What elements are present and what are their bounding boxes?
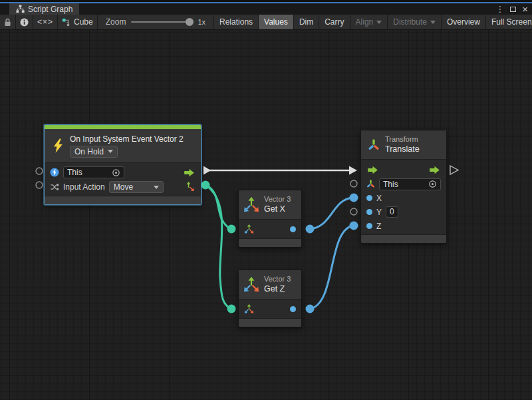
flow-output-arrow-icon[interactable] <box>183 168 196 177</box>
vector3-icon <box>243 197 259 213</box>
get-z-output-port[interactable] <box>290 306 296 312</box>
get-x-output-port[interactable] <box>290 226 296 232</box>
toolbar-button-carry[interactable]: Carry <box>319 15 350 29</box>
wire-event-to-get-x[interactable] <box>205 185 231 229</box>
zoom-value: 1x <box>198 18 205 26</box>
toolbar-button-align[interactable]: Align <box>350 15 388 29</box>
get-x-output-wire-port[interactable] <box>306 225 315 234</box>
translate-z-row: Z <box>361 219 446 233</box>
translate-footer <box>361 234 446 243</box>
vector2-output-icon[interactable] <box>185 182 196 192</box>
chevron-down-icon <box>430 21 436 24</box>
get-z-output-wire-port[interactable] <box>306 305 315 313</box>
transform-mini-icon <box>366 180 375 188</box>
input-action-label: Input Action <box>63 182 105 192</box>
vector3-input-icon[interactable] <box>244 224 254 234</box>
node-transform-translate[interactable]: Transform Translate <box>360 130 447 244</box>
toolbar-button-distribute[interactable]: Distribute <box>388 15 442 29</box>
translate-category: Transform <box>385 135 420 144</box>
translate-y-port[interactable] <box>350 208 357 215</box>
dim-label: Dim <box>299 17 313 27</box>
get-z-header[interactable]: Vector 3 Get Z <box>239 270 301 300</box>
overview-label: Overview <box>447 17 480 27</box>
y-port-label: Y <box>376 208 382 217</box>
y-value-field[interactable]: 0 <box>386 206 398 218</box>
get-z-input-port[interactable] <box>227 305 236 313</box>
toolbar-button-overview[interactable]: Overview <box>442 15 486 29</box>
window-maximize-icon[interactable] <box>510 5 516 13</box>
wire-get-x-to-x[interactable] <box>310 198 353 229</box>
vector3-input-icon[interactable] <box>244 304 254 314</box>
translate-y-row: Y 0 <box>361 205 446 219</box>
input-action-value: Move <box>114 182 133 192</box>
script-graph-window: Script Graph ⋮ × <box>0 0 532 400</box>
info-button[interactable] <box>16 15 33 29</box>
z-port-label: Z <box>376 222 381 231</box>
translate-flow-row <box>361 163 446 177</box>
window-close-icon[interactable]: × <box>522 4 528 14</box>
graph-breadcrumb[interactable]: Cube <box>58 15 98 29</box>
relations-label: Relations <box>219 17 253 27</box>
tab-title: Script Graph <box>28 5 72 14</box>
event-node-header[interactable]: On Input System Event Vector 2 On Hold <box>45 129 201 162</box>
graph-asset-icon <box>62 18 70 27</box>
node-on-input-system-event[interactable]: On Input System Event Vector 2 On Hold <box>44 124 201 205</box>
get-x-header[interactable]: Vector 3 Get X <box>239 190 301 220</box>
node-vector3-get-x[interactable]: Vector 3 Get X <box>238 190 302 248</box>
event-vector2-output-port[interactable] <box>201 181 210 190</box>
zoom-label: Zoom <box>106 17 126 27</box>
code-preview-button[interactable]: <×> <box>33 15 58 29</box>
flow-wire-start-arrow <box>203 166 211 175</box>
graph-name: Cube <box>74 17 93 27</box>
target-icon[interactable] <box>428 180 437 188</box>
translate-x-wire-port[interactable] <box>350 194 358 202</box>
carry-label: Carry <box>325 17 344 27</box>
distribute-label: Distribute <box>393 17 427 27</box>
toolbar-button-values[interactable]: Values <box>259 15 294 29</box>
flow-output-arrow-icon[interactable] <box>428 166 441 174</box>
input-action-dropdown[interactable]: Move <box>109 181 164 193</box>
y-input-port[interactable] <box>366 209 372 215</box>
translate-this-field[interactable]: This <box>379 178 441 190</box>
get-x-footer <box>239 238 301 247</box>
target-icon[interactable] <box>112 168 120 177</box>
x-port-label: X <box>376 194 382 203</box>
event-this-field[interactable]: This <box>63 166 124 178</box>
flow-input-arrow-icon[interactable] <box>366 166 379 174</box>
chevron-down-icon <box>154 186 159 189</box>
zoom-slider-handle[interactable] <box>186 18 194 26</box>
toolbar-button-fullscreen[interactable]: Full Screen <box>486 15 532 29</box>
script-graph-icon <box>16 5 25 13</box>
get-z-category: Vector 3 <box>264 275 291 284</box>
translate-this-port[interactable] <box>350 180 357 187</box>
tab-bar: Script Graph ⋮ × <box>0 3 532 15</box>
event-this-port[interactable] <box>36 168 43 174</box>
event-action-port[interactable] <box>36 182 43 188</box>
node-vector3-get-z[interactable]: Vector 3 Get Z <box>238 270 302 327</box>
zoom-slider[interactable] <box>131 21 192 23</box>
x-input-port[interactable] <box>366 195 372 201</box>
code-toggle-label: <×> <box>37 17 53 27</box>
get-x-category: Vector 3 <box>264 195 291 204</box>
zoom-control: Zoom 1x <box>98 15 214 29</box>
translate-this-row: This <box>361 177 446 191</box>
lock-icon <box>4 18 11 27</box>
lock-button[interactable] <box>0 15 16 29</box>
graph-toolbar: <×> Cube Zoom 1x Relations Values <box>0 15 532 30</box>
z-input-port[interactable] <box>366 223 372 229</box>
translate-z-wire-port[interactable] <box>350 222 358 230</box>
window-menu-icon[interactable]: ⋮ <box>495 5 504 13</box>
wire-get-z-to-z[interactable] <box>310 226 353 309</box>
event-mode-dropdown[interactable]: On Hold <box>70 146 118 158</box>
wire-event-to-get-z[interactable] <box>205 185 231 309</box>
event-node-footer <box>45 196 201 204</box>
toolbar-button-dim[interactable]: Dim <box>294 15 319 29</box>
values-label: Values <box>264 17 288 27</box>
translate-header[interactable]: Transform Translate <box>361 130 446 160</box>
tab-script-graph[interactable]: Script Graph <box>9 3 79 15</box>
translate-flow-out-port[interactable] <box>450 166 458 174</box>
graph-canvas[interactable]: On Input System Event Vector 2 On Hold <box>0 30 532 400</box>
toolbar-button-relations[interactable]: Relations <box>214 15 259 29</box>
get-x-input-port[interactable] <box>227 225 236 234</box>
translate-body: This X Y 0 <box>361 160 446 234</box>
